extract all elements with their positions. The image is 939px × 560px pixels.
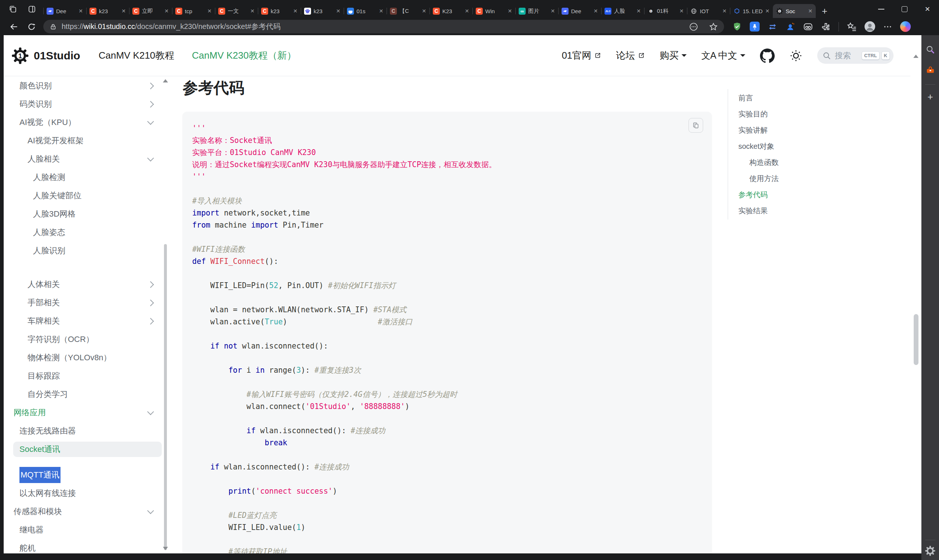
sidebar-item[interactable]: Socket通讯 [13, 442, 162, 457]
browser-tab[interactable]: Ck23✕ [86, 4, 129, 18]
browser-tab[interactable]: IOT✕ [687, 4, 730, 18]
browser-tab[interactable]: C一文✕ [215, 4, 258, 18]
tab-close-icon[interactable]: ✕ [207, 8, 212, 14]
sidebar-item[interactable]: AI视觉（KPU） [4, 115, 167, 130]
sidebar-item[interactable]: 手部相关 [4, 295, 167, 311]
toc-item[interactable]: socket对象 [739, 138, 779, 154]
sidebar-item[interactable]: 舵机 [4, 541, 167, 554]
sidebar-item[interactable]: 人脸3D网格 [4, 206, 167, 222]
tab-close-icon[interactable]: ✕ [379, 8, 383, 14]
sidebar-item[interactable]: 颜色识别 [4, 78, 167, 94]
tab-close-icon[interactable]: ✕ [164, 8, 169, 14]
screenshot-tool-icon[interactable] [803, 22, 813, 32]
sidebar-item[interactable]: 网络应用 [4, 405, 167, 420]
browser-tab[interactable]: ∞图片✕ [515, 4, 558, 18]
sidebar-item[interactable]: 人脸关键部位 [4, 188, 167, 203]
browser-tab[interactable]: JLC人脸✕ [601, 4, 644, 18]
link-forum[interactable]: 论坛 [616, 49, 645, 62]
nav-canmv-k210[interactable]: CanMV K210教程 [99, 49, 174, 62]
browser-tab[interactable]: Dee✕ [558, 4, 601, 18]
tab-close-icon[interactable]: ✕ [508, 8, 512, 14]
toc-item[interactable]: 使用方法 [739, 171, 779, 186]
browser-menu-icon[interactable] [883, 22, 893, 32]
browser-tab[interactable]: CWin✕ [472, 4, 515, 18]
toc-item[interactable]: 构造函数 [739, 154, 779, 171]
page-scrollbar-thumb[interactable] [914, 314, 919, 365]
browser-tab[interactable]: 15. LED✕ [730, 4, 773, 18]
sidebar-search-icon[interactable] [924, 43, 936, 56]
bird-extension-icon[interactable] [750, 22, 760, 32]
toc-item[interactable]: 实验目的 [739, 106, 779, 122]
scroll-up-arrow[interactable] [913, 52, 919, 58]
tab-close-icon[interactable]: ✕ [808, 8, 813, 14]
menu-language[interactable]: 文A 中文 [701, 49, 745, 62]
tab-close-icon[interactable]: ✕ [679, 8, 684, 14]
link-official-site[interactable]: 01官网 [561, 49, 601, 62]
tab-close-icon[interactable]: ✕ [550, 8, 555, 14]
extensions-puzzle-icon[interactable] [821, 22, 831, 32]
profile-avatar[interactable] [865, 21, 875, 32]
tab-close-icon[interactable]: ✕ [465, 8, 469, 14]
favorites-list-icon[interactable] [846, 22, 857, 32]
tab-close-icon[interactable]: ✕ [722, 8, 727, 14]
url-field[interactable]: https://wiki.01studio.cc/docs/canmv_k230… [43, 20, 724, 33]
window-minimize-button[interactable] [870, 0, 893, 18]
sidebar-item[interactable]: 自分类学习 [4, 387, 167, 402]
window-close-button[interactable]: ✕ [916, 0, 939, 18]
browser-tab[interactable]: 01s✕ [344, 4, 387, 18]
browser-tab[interactable]: CK23✕ [430, 4, 472, 18]
browser-tab[interactable]: duk23✕ [301, 4, 344, 18]
sidebar-toolbox-icon[interactable] [924, 64, 936, 76]
browser-tab[interactable]: 101科✕ [644, 4, 687, 18]
menu-buy[interactable]: 购买 [660, 49, 687, 62]
toc-item[interactable]: 参考代码 [739, 186, 779, 203]
side-tabs-icon[interactable] [24, 2, 40, 16]
browser-tab[interactable]: 1Soc✕ [773, 4, 816, 18]
sidebar-item[interactable]: 人脸姿态 [4, 225, 167, 240]
page-scrollbar[interactable] [910, 35, 921, 554]
sidebar-item[interactable]: AI视觉开发框架 [4, 133, 167, 148]
github-icon[interactable] [760, 48, 775, 63]
site-brand[interactable]: 1 01Studio [12, 47, 80, 64]
sidebar-item[interactable]: 字符识别（OCR） [4, 332, 167, 347]
nav-canmv-k230[interactable]: CanMV K230教程（新） [192, 49, 296, 62]
page-actions-icon[interactable] [689, 22, 698, 32]
toc-item[interactable]: 实验讲解 [739, 122, 779, 138]
reload-icon[interactable] [23, 19, 40, 34]
tab-close-icon[interactable]: ✕ [594, 8, 598, 14]
tab-close-icon[interactable]: ✕ [79, 8, 83, 14]
sidebar-item[interactable]: 码类识别 [4, 96, 167, 112]
browser-tab[interactable]: Ck23✕ [258, 4, 301, 18]
back-icon[interactable] [5, 19, 23, 34]
sidebar-scrollbar[interactable] [162, 77, 168, 554]
sidebar-item[interactable]: 人脸识别 [4, 243, 167, 258]
sidebar-item[interactable]: 车牌相关 [4, 313, 167, 329]
browser-tab[interactable]: C【C✕ [387, 4, 430, 18]
scroll-up-arrow[interactable] [163, 77, 168, 83]
adblock-shield-icon[interactable] [732, 22, 742, 32]
tab-close-icon[interactable]: ✕ [250, 8, 254, 14]
window-maximize-button[interactable] [893, 0, 916, 18]
sync-arrows-icon[interactable] [767, 22, 778, 32]
theme-sun-icon[interactable] [789, 49, 803, 62]
sidebar-item[interactable]: 人脸检测 [4, 170, 167, 185]
tab-workspaces-icon[interactable] [5, 2, 20, 16]
sidebar-item[interactable]: 物体检测（YOLOv8n） [4, 350, 167, 365]
browser-tab[interactable]: C立即✕ [129, 4, 172, 18]
sidebar-item[interactable]: 继电器 [4, 522, 167, 538]
tab-close-icon[interactable]: ✕ [293, 8, 298, 14]
sidebar-item[interactable]: 连接无线路由器 [4, 423, 167, 439]
assistant-person-icon[interactable] [785, 22, 795, 32]
sidebar-item[interactable]: 人脸相关 [4, 151, 167, 167]
copilot-icon[interactable] [900, 21, 911, 32]
sidebar-add-icon[interactable]: + [924, 91, 936, 103]
sidebar-item[interactable]: 目标跟踪 [4, 368, 167, 384]
tab-close-icon[interactable]: ✕ [765, 8, 769, 14]
sidebar-item[interactable]: 人体相关 [4, 277, 167, 292]
sidebar-item[interactable]: 以太网有线连接 [4, 486, 167, 501]
browser-tab[interactable]: Ctcp✕ [172, 4, 215, 18]
sidebar-settings-gear-icon[interactable] [924, 545, 936, 557]
browser-tab[interactable]: Dee✕ [43, 4, 86, 18]
bookmark-star-icon[interactable] [709, 22, 718, 32]
tab-close-icon[interactable]: ✕ [336, 8, 341, 14]
